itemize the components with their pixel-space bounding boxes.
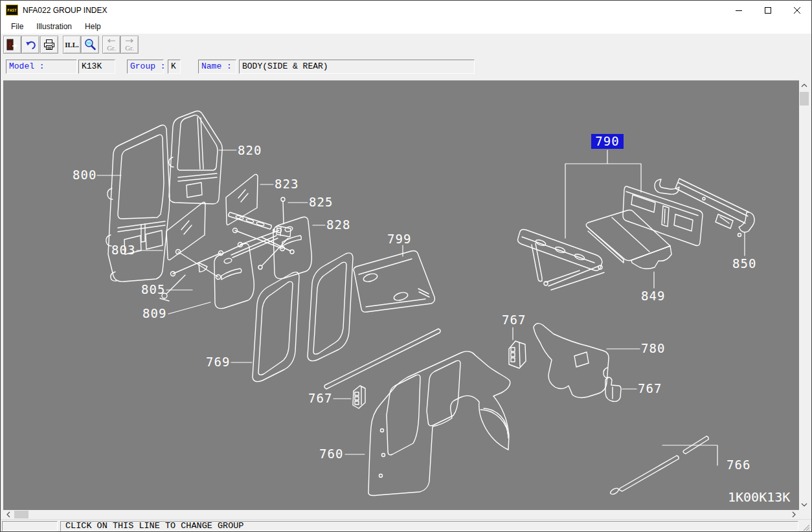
illustration-code: 1K00K13K	[728, 489, 790, 505]
part-label-805[interactable]: 805	[141, 283, 165, 296]
chevron-right-icon	[792, 511, 796, 518]
part-label-825[interactable]: 825	[309, 195, 333, 209]
part-label-823[interactable]: 823	[275, 177, 299, 191]
group-value: K	[168, 60, 181, 74]
undo-button[interactable]	[21, 36, 39, 54]
part-label-767[interactable]: 767	[502, 313, 526, 327]
scroll-right-arrow[interactable]	[789, 510, 799, 519]
exit-door-icon	[6, 38, 19, 51]
part-drawing-grommet-767-mid	[509, 341, 526, 368]
part-drawing-floor-849	[586, 210, 671, 269]
part-drawing-glass-803	[160, 202, 223, 301]
close-button[interactable]	[782, 1, 811, 19]
vertical-scrollbar[interactable]	[799, 80, 809, 510]
status-message[interactable]: CLICK ON THIS LINE TO CHANGE GROUP	[60, 521, 798, 531]
horizontal-scrollbar[interactable]	[3, 510, 799, 519]
maximize-icon	[764, 6, 772, 14]
illustration-linework	[3, 81, 799, 511]
part-drawing-clip-767-left	[353, 386, 365, 408]
titlebar: FAST NFA022 GROUP INDEX	[1, 1, 811, 19]
print-button[interactable]	[40, 36, 58, 54]
group-label: Group :	[127, 60, 164, 74]
exit-button[interactable]	[3, 36, 21, 54]
chevron-up-icon	[801, 83, 807, 87]
illustration-canvas[interactable]: 8008208238258288038058097997697908508497…	[3, 80, 799, 510]
part-drawing-door-820	[169, 111, 222, 204]
part-label-766[interactable]: 766	[727, 458, 750, 472]
scroll-down-arrow[interactable]	[799, 500, 809, 510]
magnifier-icon	[84, 38, 96, 51]
part-label-800[interactable]: 800	[73, 168, 96, 182]
vertical-scroll-thumb[interactable]	[800, 92, 809, 105]
chevron-down-icon	[801, 503, 807, 507]
toolbar: ILL. Gr. Gr.	[1, 34, 811, 56]
status-panel-left	[2, 521, 58, 531]
part-label-760[interactable]: 760	[319, 447, 343, 461]
minimize-button[interactable]	[724, 1, 753, 19]
group-back-label: Gr.	[107, 44, 116, 52]
menu-file[interactable]: File	[6, 21, 28, 32]
window-title: NFA022 GROUP INDEX	[23, 6, 107, 15]
maximize-button[interactable]	[753, 1, 782, 19]
group-forward-label: Gr.	[125, 44, 134, 52]
horizontal-scroll-thumb[interactable]	[14, 511, 28, 518]
app-icon: FAST	[6, 5, 18, 16]
statusbar: CLICK ON THIS LINE TO CHANGE GROUP	[1, 519, 811, 532]
part-drawing-bodyside-760	[368, 351, 510, 496]
part-drawing-seals-769	[253, 253, 440, 389]
name-label: Name :	[198, 60, 236, 74]
part-label-769[interactable]: 769	[206, 355, 230, 369]
part-drawing-hook-767-right	[605, 377, 621, 401]
minimize-icon	[735, 6, 743, 14]
model-label: Model :	[6, 60, 77, 74]
part-drawing-door-800	[106, 125, 170, 282]
part-label-849[interactable]: 849	[641, 289, 665, 303]
resize-grip[interactable]	[801, 522, 810, 531]
scroll-left-arrow[interactable]	[3, 510, 14, 519]
part-label-850[interactable]: 850	[732, 257, 756, 271]
close-icon	[793, 6, 801, 14]
part-drawing-shelf-799	[354, 250, 434, 312]
menu-illustration[interactable]: Illustration	[31, 21, 77, 32]
field-row: Model : K13K Group : K Name : BODY(SIDE …	[1, 56, 811, 80]
part-drawing-bumper-850	[655, 179, 754, 237]
part-label-820[interactable]: 820	[238, 144, 262, 157]
arrow-left-icon	[106, 38, 117, 43]
group-forward-button[interactable]: Gr.	[120, 36, 139, 54]
part-label-780[interactable]: 780	[641, 342, 665, 355]
part-drawing-fender-780	[534, 324, 609, 398]
arrow-right-icon	[124, 38, 135, 43]
ill-text-icon: ILL.	[65, 41, 79, 49]
printer-icon	[43, 38, 56, 51]
app-window: FAST NFA022 GROUP INDEX File Illustratio…	[0, 0, 812, 532]
part-label-828[interactable]: 828	[326, 218, 350, 232]
group-back-button[interactable]: Gr.	[102, 36, 120, 54]
model-value: K13K	[78, 60, 115, 74]
part-label-799[interactable]: 799	[387, 232, 411, 246]
name-value: BODY(SIDE & REAR)	[239, 60, 475, 74]
part-drawing-crossmember-790	[518, 229, 604, 290]
chevron-left-icon	[6, 511, 10, 518]
zoom-button[interactable]	[81, 36, 99, 54]
menubar: File Illustration Help	[1, 19, 811, 34]
part-label-767[interactable]: 767	[638, 382, 662, 395]
illustration-button[interactable]: ILL.	[63, 36, 81, 54]
menu-help[interactable]: Help	[80, 21, 106, 32]
undo-arrow-icon	[24, 38, 37, 51]
app-icon-text: FAST	[7, 8, 16, 12]
scroll-up-arrow[interactable]	[799, 80, 809, 91]
part-label-767[interactable]: 767	[308, 392, 332, 405]
part-drawing-rods-825	[231, 197, 291, 269]
part-label-803[interactable]: 803	[111, 243, 135, 257]
part-label-790-selected[interactable]: 790	[591, 134, 624, 149]
part-drawing-rearpanel-790	[623, 186, 703, 246]
leader-lines	[97, 150, 745, 465]
part-label-809[interactable]: 809	[142, 307, 166, 320]
